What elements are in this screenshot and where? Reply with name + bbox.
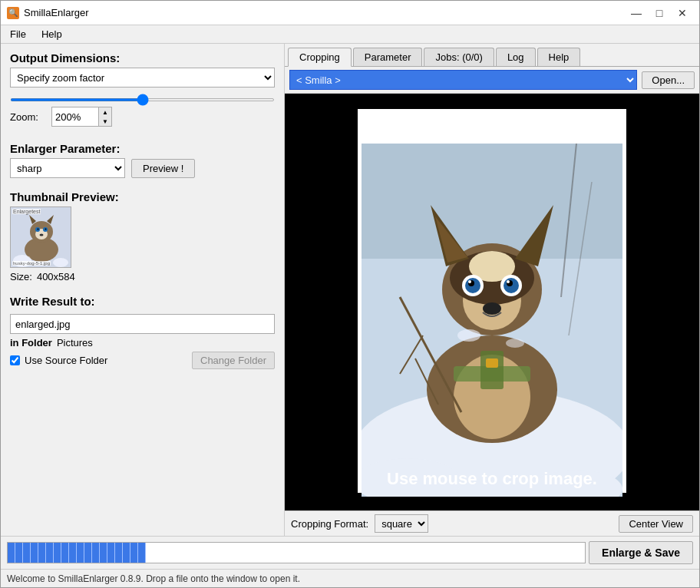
progress-segment: [115, 543, 123, 563]
progress-segment: [8, 543, 15, 563]
progress-segment: [77, 543, 84, 563]
right-panel: Cropping Parameter Jobs: (0/0) Log Help …: [285, 44, 699, 536]
enlarge-bar: Enlarge & Save: [1, 536, 699, 569]
size-row: Size: 400x584: [10, 271, 275, 282]
svg-point-32: [483, 302, 501, 315]
zoom-value-row: Zoom: ▲ ▼: [10, 107, 275, 127]
output-dimensions-section: Output Dimensions: Specify zoom factor S…: [10, 51, 275, 127]
preview-button[interactable]: Preview !: [131, 159, 195, 178]
enlarger-row: sharp smooth nearest linear Preview !: [10, 158, 275, 178]
progress-segment: [38, 543, 46, 563]
enlarger-parameter-section: Enlarger Parameter: sharp smooth nearest…: [10, 142, 275, 178]
crop-instruction-text: Use mouse to crop image.: [387, 469, 597, 489]
menu-help[interactable]: Help: [35, 27, 68, 41]
status-bar: Welcome to SmillaEnlarger 0.8.9. Drop a …: [1, 569, 699, 587]
main-window: 🔍 SmillaEnlarger — □ ✕ File Help Output …: [0, 0, 700, 588]
progress-bar: [7, 542, 586, 563]
thumbnail-preview-section: Thumbnail Preview:: [10, 190, 275, 282]
zoom-down-btn[interactable]: ▼: [99, 117, 111, 126]
svg-point-8: [40, 234, 44, 236]
thumbnail-bottom-label: husky-dog-5-1.jpg: [12, 261, 51, 266]
left-panel: Output Dimensions: Specify zoom factor S…: [1, 44, 285, 536]
cropping-format-label: Cropping Format:: [291, 518, 368, 530]
zoom-slider-container: [10, 92, 275, 104]
folder-row: in Folder Pictures: [10, 337, 275, 349]
tab-cropping[interactable]: Cropping: [288, 48, 352, 67]
zoom-spinner: ▲ ▼: [98, 107, 111, 126]
progress-fill: [8, 543, 146, 563]
smilla-select[interactable]: < Smilla >: [289, 70, 637, 90]
thumbnail-box: Enlargetest husky-dog-5-1.jpg: [10, 206, 71, 268]
write-result-title: Write Result to:: [10, 295, 275, 308]
tabs-bar: Cropping Parameter Jobs: (0/0) Log Help: [285, 44, 699, 67]
svg-rect-37: [480, 351, 504, 389]
zoom-mode-row: Specify zoom factor Specify output size …: [10, 68, 275, 88]
size-value: 400x584: [37, 271, 75, 282]
progress-segment: [92, 543, 100, 563]
center-view-button[interactable]: Center View: [619, 515, 693, 533]
zoom-input[interactable]: [52, 107, 98, 126]
cropping-format-select[interactable]: square free 4:3 16:9 3:2: [375, 514, 428, 533]
thumbnail-image: [11, 207, 71, 268]
progress-segment: [23, 543, 31, 563]
progress-segment: [69, 543, 77, 563]
menu-bar: File Help: [1, 25, 699, 44]
in-folder-label: in Folder: [10, 337, 52, 349]
enlarger-select[interactable]: sharp smooth nearest linear: [10, 158, 125, 178]
folder-name: Pictures: [57, 337, 93, 349]
open-button[interactable]: Open...: [642, 71, 695, 89]
main-content: Output Dimensions: Specify zoom factor S…: [1, 44, 699, 536]
size-label: Size:: [10, 271, 32, 282]
progress-segment: [46, 543, 54, 563]
bottom-toolbar: Cropping Format: square free 4:3 16:9 3:…: [285, 510, 699, 536]
progress-segment: [54, 543, 61, 563]
tab-parameter[interactable]: Parameter: [353, 48, 423, 66]
svg-point-31: [507, 280, 510, 283]
smilla-bar: < Smilla > Open...: [285, 67, 699, 94]
use-source-folder-label: Use Source Folder: [25, 355, 107, 366]
write-result-section: Write Result to: in Folder Pictures Use …: [10, 295, 275, 369]
zoom-label: Zoom:: [10, 111, 47, 123]
svg-rect-38: [486, 358, 498, 368]
progress-segment: [31, 543, 38, 563]
enlarge-save-button[interactable]: Enlarge & Save: [589, 541, 693, 564]
svg-point-12: [53, 258, 68, 267]
progress-segment: [107, 543, 115, 563]
main-dog-image: [362, 144, 622, 497]
use-source-folder-checkbox[interactable]: [10, 355, 20, 365]
window-controls: — □ ✕: [626, 5, 693, 21]
progress-segment: [130, 543, 138, 563]
thumbnail-preview-title: Thumbnail Preview:: [10, 190, 275, 203]
progress-segment: [100, 543, 107, 563]
output-dimensions-title: Output Dimensions:: [10, 51, 275, 64]
minimize-button[interactable]: —: [626, 5, 647, 21]
thumbnail-top-label: Enlargetest: [12, 209, 41, 214]
svg-point-7: [45, 229, 47, 230]
filename-input[interactable]: [10, 314, 275, 334]
status-text: Welcome to SmillaEnlarger 0.8.9. Drop a …: [7, 573, 300, 584]
image-area[interactable]: Drop images here! Use mouse to crop imag…: [285, 94, 699, 510]
zoom-mode-select[interactable]: Specify zoom factor Specify output size …: [10, 68, 275, 88]
close-button[interactable]: ✕: [672, 5, 693, 21]
svg-point-40: [506, 339, 524, 348]
progress-segment: [15, 543, 23, 563]
change-folder-button[interactable]: Change Folder: [192, 352, 275, 369]
svg-point-6: [38, 229, 39, 230]
zoom-input-container: ▲ ▼: [51, 107, 112, 127]
app-icon: 🔍: [7, 7, 19, 19]
svg-point-30: [468, 280, 471, 283]
menu-file[interactable]: File: [4, 27, 32, 41]
zoom-up-btn[interactable]: ▲: [99, 107, 111, 117]
progress-segment: [123, 543, 130, 563]
use-source-folder-row: Use Source Folder Change Folder: [10, 352, 275, 369]
tab-jobs[interactable]: Jobs: (0/0): [424, 48, 494, 66]
drop-images-text: Drop images here!: [404, 117, 579, 140]
progress-segment: [138, 543, 146, 563]
tab-help[interactable]: Help: [537, 48, 581, 66]
maximize-button[interactable]: □: [649, 5, 670, 21]
enlarger-parameter-title: Enlarger Parameter:: [10, 142, 275, 155]
svg-point-39: [457, 329, 480, 342]
window-title: SmillaEnlarger: [24, 7, 89, 18]
zoom-slider[interactable]: [10, 98, 275, 101]
tab-log[interactable]: Log: [496, 48, 536, 66]
